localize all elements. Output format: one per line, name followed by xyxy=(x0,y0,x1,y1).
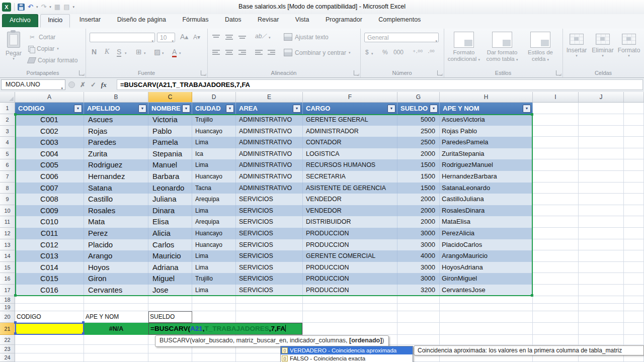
format-cells-button[interactable]: Formato ▾ xyxy=(617,34,641,58)
document-icon[interactable]: ▤ xyxy=(63,4,69,11)
alineacion-dialog-launcher-icon[interactable] xyxy=(354,70,359,75)
grid-cell[interactable] xyxy=(533,216,579,228)
grid-cell[interactable] xyxy=(579,311,624,323)
table-cell[interactable]: C005 xyxy=(15,159,84,171)
row-header-22[interactable]: 22 xyxy=(0,335,15,345)
row-header-3[interactable]: 3 xyxy=(0,126,15,137)
table-cell[interactable]: 1500 xyxy=(397,171,440,183)
name-box[interactable]: MODA.UNO ▾ xyxy=(1,79,65,90)
table-cell[interactable]: Jose xyxy=(148,285,192,296)
table-cell[interactable]: RodriguezManuel xyxy=(440,159,533,171)
range-handle-icon[interactable] xyxy=(14,113,17,116)
tab-complementos[interactable]: Complementos xyxy=(371,14,428,27)
table-cell[interactable]: Manuel xyxy=(148,159,192,171)
estilos-dialog-launcher-icon[interactable] xyxy=(556,70,561,75)
borders-icon[interactable]: ⊞ xyxy=(136,48,142,56)
grid-cell[interactable] xyxy=(533,323,579,335)
table-cell[interactable]: Perez xyxy=(84,228,148,239)
table-cell[interactable]: Arequipa xyxy=(192,216,236,228)
table-cell[interactable]: Cervantes xyxy=(84,285,148,296)
tab-diseno[interactable]: Diseño de página xyxy=(110,14,173,27)
row-header-8[interactable]: 8 xyxy=(0,183,15,194)
grid-cell[interactable] xyxy=(579,148,624,160)
grid-cell[interactable] xyxy=(15,335,84,345)
merge-center-button[interactable]: Combinar y centrar ▾ xyxy=(284,49,351,56)
table-cell[interactable]: 3000 xyxy=(397,262,440,274)
grid-cell[interactable] xyxy=(624,171,644,183)
increase-decimal-icon[interactable]: ⁺·⁰⁰ xyxy=(413,49,423,56)
grid-cell[interactable] xyxy=(579,273,624,285)
italic-button[interactable]: K xyxy=(105,48,109,56)
align-top-icon[interactable] xyxy=(212,34,220,39)
table-cell[interactable]: C007 xyxy=(15,183,84,194)
row-header-19[interactable]: 19 xyxy=(0,304,15,311)
table-cell[interactable]: C014 xyxy=(15,262,84,274)
row-header-7[interactable]: 7 xyxy=(0,171,15,183)
undo-dropdown-icon[interactable]: ▾ xyxy=(36,5,38,9)
table-cell[interactable]: 3000 xyxy=(397,273,440,285)
grid-cell[interactable] xyxy=(148,304,192,311)
table-cell[interactable]: Huancayo xyxy=(192,126,236,137)
table-cell[interactable]: Stepania xyxy=(148,148,192,160)
grid-cell[interactable] xyxy=(624,137,644,148)
decrease-indent-icon[interactable] xyxy=(255,49,263,56)
grid-cell[interactable] xyxy=(397,335,440,345)
table-cell[interactable]: RosalesDinara xyxy=(440,205,533,217)
grid-cell[interactable] xyxy=(624,262,644,274)
thousands-icon[interactable]: 000 xyxy=(393,49,404,56)
reference-handle-icon[interactable] xyxy=(82,332,85,335)
column-header-A[interactable]: A xyxy=(15,92,84,103)
table-cell[interactable]: Lima xyxy=(192,250,236,262)
delete-cells-button[interactable]: Eliminar ▾ xyxy=(591,34,615,58)
filter-button[interactable]: ▼ xyxy=(430,105,438,113)
table-cell[interactable]: Huancayo xyxy=(192,239,236,251)
table-cell[interactable]: CastilloJuliana xyxy=(440,194,533,205)
table-cell[interactable]: 2500 xyxy=(397,137,440,148)
table-cell[interactable]: Mauricio xyxy=(148,250,192,262)
autocomplete-dropdown[interactable]: {}VERDADERO - Coincidencia aproximada{}F… xyxy=(280,346,413,362)
enter-icon[interactable]: ✓ xyxy=(91,81,96,88)
grid-cell[interactable] xyxy=(533,296,579,304)
table-cell[interactable]: Pamela xyxy=(148,137,192,148)
preview-icon[interactable]: ▦ xyxy=(54,4,60,11)
portapapeles-dialog-launcher-icon[interactable] xyxy=(79,70,84,75)
grid-cell[interactable] xyxy=(579,239,624,251)
range-handle-icon[interactable] xyxy=(531,113,533,116)
table-header-cell[interactable]: AREA▼ xyxy=(236,103,303,114)
row-header-5[interactable]: 5 xyxy=(0,148,15,160)
underline-dropdown-icon[interactable]: ▾ xyxy=(125,51,127,55)
table-cell[interactable]: 2000 xyxy=(397,205,440,217)
grid-cell[interactable] xyxy=(624,159,644,171)
table-cell[interactable]: C012 xyxy=(15,239,84,251)
orientation-dropdown-icon[interactable]: ▾ xyxy=(269,36,271,40)
table-cell[interactable]: Pablo xyxy=(148,126,192,137)
table-cell[interactable]: Placido xyxy=(84,239,148,251)
grid-cell[interactable] xyxy=(533,205,579,217)
table-cell[interactable]: ADMINISTRADOR xyxy=(303,126,397,137)
grid-cell[interactable] xyxy=(579,285,624,296)
range-handle-icon[interactable] xyxy=(14,294,17,297)
grid-cell[interactable] xyxy=(579,103,624,114)
align-bottom-icon[interactable] xyxy=(238,35,246,40)
table-cell[interactable]: SECRETARIA xyxy=(303,171,397,183)
table-cell[interactable]: 2000 xyxy=(397,216,440,228)
table-header-cell[interactable]: SUELDO▼ xyxy=(397,103,440,114)
grid-cell[interactable] xyxy=(579,171,624,183)
table-cell[interactable]: Alicia xyxy=(148,228,192,239)
currency-icon[interactable]: $ xyxy=(365,49,369,56)
grid-cell[interactable] xyxy=(192,353,236,362)
font-color-dropdown-icon[interactable]: ▾ xyxy=(179,51,181,55)
grid-cell[interactable] xyxy=(624,273,644,285)
table-cell[interactable]: Arango xyxy=(84,250,148,262)
grid-cell[interactable] xyxy=(397,323,440,335)
font-name-combo[interactable]: ▾ xyxy=(90,33,155,42)
grid-cell[interactable] xyxy=(533,114,579,126)
grid-cell[interactable] xyxy=(533,126,579,137)
filter-button[interactable]: ▼ xyxy=(182,105,190,113)
column-header-J[interactable]: J xyxy=(579,92,624,103)
table-cell[interactable]: ZuritaStepania xyxy=(440,148,533,160)
table-header-cell[interactable]: NOMBRE▼ xyxy=(148,103,192,114)
table-cell[interactable]: Dinara xyxy=(148,205,192,217)
bold-button[interactable]: N xyxy=(92,48,97,56)
collapse-formula-bar-icon[interactable] xyxy=(68,81,75,88)
